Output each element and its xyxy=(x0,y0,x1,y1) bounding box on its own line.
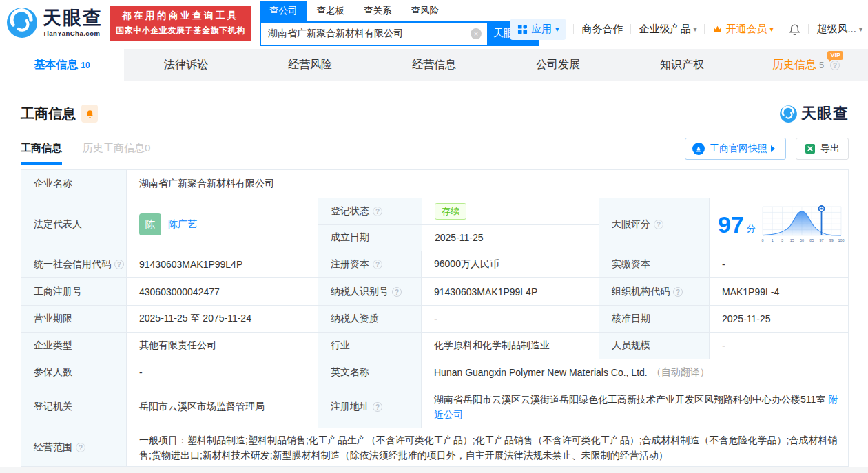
legal-rep-label: 法定代表人 xyxy=(21,198,126,251)
staff-size-value: - xyxy=(709,333,849,359)
search-tab-company[interactable]: 查公司 xyxy=(260,1,307,21)
paid-capital-label: 实缴资本 xyxy=(599,251,709,277)
svg-text:1: 1 xyxy=(772,238,774,242)
x-axis-tick-labels: 0 1 3 15 50 85 97 99 100 xyxy=(761,238,844,242)
svg-text:100: 100 xyxy=(838,238,844,242)
tianyancha-logo-icon xyxy=(779,105,798,123)
tab-company-development[interactable]: 公司发展 xyxy=(496,49,620,81)
table-row: 企业类型 其他有限责任公司 行业 化学原料和化学制品制造业 人员规模 - xyxy=(21,332,848,359)
question-icon[interactable]: ? xyxy=(373,402,382,412)
divider xyxy=(704,24,705,34)
business-term-value: 2025-11-25 至 2075-11-24 xyxy=(126,306,318,332)
nav-open-vip[interactable]: 开通会员 ▾ xyxy=(712,23,773,36)
score-value: 97 xyxy=(718,213,744,236)
tab-basic-info[interactable]: 基本信息 10 xyxy=(0,49,124,81)
legal-rep-link[interactable]: 陈广艺 xyxy=(168,218,197,231)
status-badge: 存续 xyxy=(435,203,466,220)
score-unit: 分 xyxy=(747,222,756,235)
nav-enterprise-products[interactable]: 企业级产品 ▾ xyxy=(639,23,696,36)
question-icon[interactable]: ? xyxy=(76,443,85,452)
svg-text:0: 0 xyxy=(761,238,763,242)
question-icon[interactable]: ? xyxy=(673,287,683,297)
svg-text:15: 15 xyxy=(790,238,794,242)
tab-operating-risk[interactable]: 经营风险 xyxy=(248,49,372,81)
search-input[interactable] xyxy=(261,28,471,39)
watermark-logo: 天眼查 xyxy=(779,103,849,124)
tab-count: 10 xyxy=(81,61,90,70)
tab-intellectual-property[interactable]: 知识产权 xyxy=(620,49,744,81)
question-icon[interactable]: ? xyxy=(373,207,382,216)
nav-super-risk[interactable]: 超级风... ▾ xyxy=(816,23,862,36)
credit-code-value: 91430603MAK1P99L4P xyxy=(126,251,318,277)
tab-history-info[interactable]: 历史信息 5 ? VIP xyxy=(744,49,868,81)
banner-line1: 都在用的商业查询工具 xyxy=(114,10,247,22)
tianyancha-logo[interactable]: 天眼查 TianYanCha.com xyxy=(6,6,103,39)
tab-legal-litigation[interactable]: 法律诉讼 xyxy=(124,49,248,81)
official-snapshot-button[interactable]: 工商官网快照 xyxy=(685,138,786,160)
chevron-right-icon xyxy=(771,145,778,152)
question-icon[interactable]: ? xyxy=(114,260,124,269)
header-nav: 应用 ▾ 商务合作 企业级产品 ▾ 开通会员 ▾ 超级风 xyxy=(510,18,862,40)
active-underline xyxy=(21,162,62,165)
clear-icon[interactable]: × xyxy=(471,28,482,39)
business-scope-value: 一般项目：塑料制品制造;塑料制品销售;化工产品生产（不含许可类化工产品）;化工产… xyxy=(126,428,848,466)
subscribe-bell-button[interactable] xyxy=(81,105,98,123)
chevron-down-icon: ▾ xyxy=(859,25,862,33)
search-tab-boss[interactable]: 查老板 xyxy=(307,1,355,21)
bell-icon xyxy=(789,23,800,35)
table-row: 登记机关 岳阳市云溪区市场监督管理局 注册地址 ? 湖南省岳阳市云溪区云溪街道岳… xyxy=(21,386,848,428)
insured-count-label: 参保人数 xyxy=(21,359,126,386)
company-tab-bar: 基本信息 10 法律诉讼 经营风险 经营信息 公司发展 知识产权 历史信息 5 … xyxy=(0,49,868,81)
question-icon[interactable]: ? xyxy=(654,220,663,229)
nav-cooperation[interactable]: 商务合作 xyxy=(581,23,623,36)
taxpayer-quality-value: - xyxy=(421,306,599,332)
tianyancha-logo-icon xyxy=(6,6,39,39)
tyc-score-label: 天眼评分 xyxy=(612,218,650,231)
subtab-business-info[interactable]: 工商信息 xyxy=(21,132,62,165)
banner-line2: 国家中小企业发展子基金旗下机构 xyxy=(114,25,247,36)
search-area: 查公司 查老板 查关系 查风险 × 天眼一下 xyxy=(260,1,539,46)
search-tab-risk[interactable]: 查风险 xyxy=(402,1,449,21)
export-button[interactable]: 导出 xyxy=(796,138,849,160)
org-code-value: MAK1P99L-4 xyxy=(709,278,849,305)
tab-operating-info[interactable]: 经营信息 xyxy=(372,49,496,81)
excel-icon xyxy=(805,143,816,154)
avatar[interactable]: 陈 xyxy=(139,213,161,235)
table-row: 经营范围 ? 一般项目：塑料制品制造;塑料制品销售;化工产品生产（不含许可类化工… xyxy=(21,428,848,466)
chevron-down-icon: ▾ xyxy=(769,25,773,33)
taxpayer-quality-label: 纳税人资质 xyxy=(318,306,421,332)
svg-text:50: 50 xyxy=(800,238,804,242)
reg-address-value: 湖南省岳阳市云溪区云溪街道岳阳绿色化工高新技术产业开发区凤翔路科创中心办公楼51… xyxy=(434,394,825,405)
divider xyxy=(808,24,809,34)
nav-apps[interactable]: 应用 ▾ xyxy=(510,19,566,40)
chevron-down-icon: ▾ xyxy=(693,25,696,33)
notification-bell[interactable] xyxy=(789,23,800,35)
top-header: 天眼查 TianYanCha.com 都在用的商业查询工具 国家中小企业发展子基… xyxy=(0,0,868,45)
question-icon[interactable]: ? xyxy=(373,260,382,269)
taxpayer-id-value: 91430603MAK1P99L4P xyxy=(421,278,599,305)
search-box: × xyxy=(260,21,488,46)
english-name-label: 英文名称 xyxy=(318,359,421,386)
reg-capital-value: 96000万人民币 xyxy=(421,251,599,277)
credit-code-label: 统一社会信用代码 xyxy=(34,258,111,271)
watermark-text: 天眼查 xyxy=(801,103,849,124)
section-title: 工商信息 xyxy=(21,105,76,123)
table-row: 参保人数 - 英文名称 Hunan Guangxin Polymer New M… xyxy=(21,359,848,386)
svg-text:85: 85 xyxy=(809,238,814,242)
chevron-down-icon: ▾ xyxy=(555,25,559,33)
tab-count: 5 xyxy=(819,60,824,70)
business-scope-label: 经营范围 xyxy=(34,441,72,454)
subtab-history-business-info[interactable]: 历史工商信息0 xyxy=(83,132,150,165)
table-row: 工商注册号 430603000042477 纳税人识别号 ? 91430603M… xyxy=(21,277,848,305)
question-icon[interactable]: ? xyxy=(392,287,402,297)
table-row: 统一社会信用代码 ? 91430603MAK1P99L4P 注册资本 ? 960… xyxy=(21,251,848,277)
company-type-label: 企业类型 xyxy=(21,333,126,359)
table-row: 企业名称 湖南省广新聚合新材料有限公司 xyxy=(21,170,848,198)
bell-icon xyxy=(85,109,94,118)
vip-badge: VIP xyxy=(827,51,843,60)
svg-text:97: 97 xyxy=(819,238,823,242)
search-tab-relation[interactable]: 查关系 xyxy=(354,1,402,21)
reg-status-label: 登记状态 xyxy=(331,205,369,218)
divider xyxy=(573,24,574,34)
staff-size-label: 人员规模 xyxy=(599,333,709,359)
